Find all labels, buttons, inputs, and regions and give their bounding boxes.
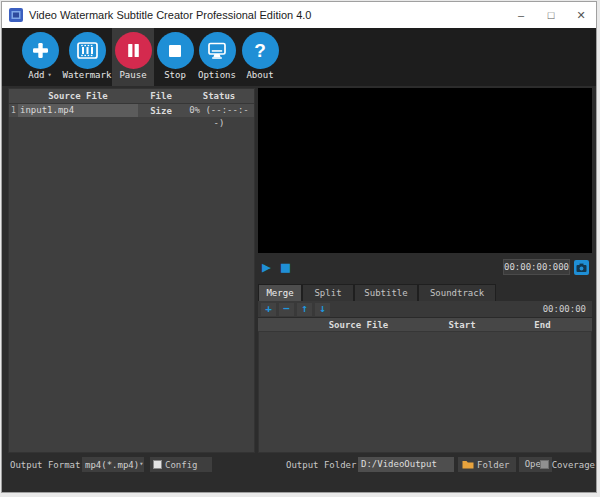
segment-column-source-file[interactable]: Source File xyxy=(286,318,431,331)
bottom-bar: Output Format mp4(*.mp4) ▾ Config Output… xyxy=(2,455,596,475)
file-row-source[interactable]: input1.mp4 xyxy=(18,104,138,117)
options-button-label: Options xyxy=(198,70,236,80)
folder-button[interactable]: Folder xyxy=(458,457,516,472)
folder-icon xyxy=(462,460,474,469)
segment-move-down-button[interactable]: ↓ xyxy=(315,303,330,316)
mode-tabs: Merge Split Subtitle Soundtrack xyxy=(258,284,592,301)
stop-button-label: Stop xyxy=(164,70,186,80)
tab-soundtrack[interactable]: Soundtrack xyxy=(418,284,496,301)
camera-icon xyxy=(576,263,587,273)
minimize-button[interactable]: – xyxy=(506,2,536,28)
preview-panel: ▶ ■ 00:00:00:000 Merge Split Subtitle So… xyxy=(258,88,592,453)
config-checkbox[interactable] xyxy=(153,460,162,469)
segment-move-up-button[interactable]: ↑ xyxy=(297,303,312,316)
options-button[interactable]: Options xyxy=(196,28,238,86)
about-button-label: About xyxy=(246,70,273,80)
screenshot: Video Watermark Subtitle Creator Profess… xyxy=(0,0,600,497)
toolbar: Add ▾ Watermark xyxy=(2,28,596,86)
column-header-status[interactable]: Status xyxy=(184,89,254,103)
question-icon: ? xyxy=(242,32,279,69)
pause-button[interactable]: Pause xyxy=(112,28,154,86)
coverage-checkbox[interactable] xyxy=(540,460,549,469)
add-dropdown-caret[interactable]: ▾ xyxy=(48,72,52,79)
segment-column-end[interactable]: End xyxy=(493,318,592,331)
segment-add-button[interactable]: + xyxy=(261,303,276,316)
app-window: Video Watermark Subtitle Creator Profess… xyxy=(1,1,597,493)
filmstrip-icon xyxy=(69,32,106,69)
title-bar: Video Watermark Subtitle Creator Profess… xyxy=(2,2,596,28)
chevron-down-icon: ▾ xyxy=(139,461,143,468)
snapshot-button[interactable] xyxy=(574,260,589,275)
stop-button[interactable]: Stop xyxy=(154,28,196,86)
segment-table-body xyxy=(258,332,592,453)
pause-icon xyxy=(115,32,152,69)
file-row-index: 1 xyxy=(9,104,18,117)
playback-controls: ▶ ■ 00:00:00:000 xyxy=(258,253,592,284)
coverage-toggle[interactable]: Coverage xyxy=(540,457,595,472)
source-file-panel: Source File File Size Status 1 input1.mp… xyxy=(8,88,255,453)
file-row-status: 0% (--:--:--) xyxy=(184,104,254,117)
close-button[interactable]: ✕ xyxy=(566,2,596,28)
player-stop-button[interactable]: ■ xyxy=(281,259,290,275)
maximize-button[interactable]: □ xyxy=(536,2,566,28)
file-row-size xyxy=(138,104,184,117)
segment-table-header: Source File Start End xyxy=(258,317,592,332)
monitor-icon xyxy=(199,32,236,69)
segment-time: 00:00:00 xyxy=(543,304,586,314)
about-button[interactable]: ? About xyxy=(238,28,282,86)
add-button[interactable]: Add ▾ xyxy=(18,28,62,86)
column-header-file-size[interactable]: File Size xyxy=(138,89,184,103)
window-title: Video Watermark Subtitle Creator Profess… xyxy=(29,9,311,21)
segment-remove-button[interactable]: − xyxy=(279,303,294,316)
app-icon xyxy=(9,8,23,22)
tab-split[interactable]: Split xyxy=(302,284,354,301)
segment-toolbar: + − ↑ ↓ 00:00:00 xyxy=(258,301,592,317)
watermark-button[interactable]: Watermark xyxy=(62,28,112,86)
output-format-value: mp4(*.mp4) xyxy=(85,460,139,470)
pause-button-label: Pause xyxy=(119,70,146,80)
folder-button-label: Folder xyxy=(477,460,510,470)
player-play-button[interactable]: ▶ xyxy=(262,259,271,275)
window-controls: – □ ✕ xyxy=(506,2,596,28)
file-row[interactable]: 1 input1.mp4 0% (--:--:--) xyxy=(9,104,254,117)
output-folder-label: Output Folder xyxy=(286,460,356,470)
plus-icon xyxy=(22,32,59,69)
stop-icon xyxy=(157,32,194,69)
file-table-header: Source File File Size Status xyxy=(9,89,254,104)
watermark-button-label: Watermark xyxy=(63,70,112,80)
video-preview xyxy=(258,88,592,253)
output-folder-input[interactable]: D:/VideoOutput xyxy=(358,457,454,472)
config-toggle[interactable]: Config xyxy=(150,457,212,472)
tab-merge[interactable]: Merge xyxy=(258,284,302,301)
playback-time: 00:00:00:000 xyxy=(503,259,570,275)
column-header-source-file[interactable]: Source File xyxy=(18,89,138,103)
coverage-label: Coverage xyxy=(552,460,595,470)
add-button-label: Add xyxy=(28,70,44,80)
segment-column-start[interactable]: Start xyxy=(431,318,493,331)
output-format-label: Output Format xyxy=(10,460,80,470)
tab-subtitle[interactable]: Subtitle xyxy=(354,284,418,301)
output-format-dropdown[interactable]: mp4(*.mp4) ▾ xyxy=(82,457,144,472)
config-label: Config xyxy=(165,460,198,470)
